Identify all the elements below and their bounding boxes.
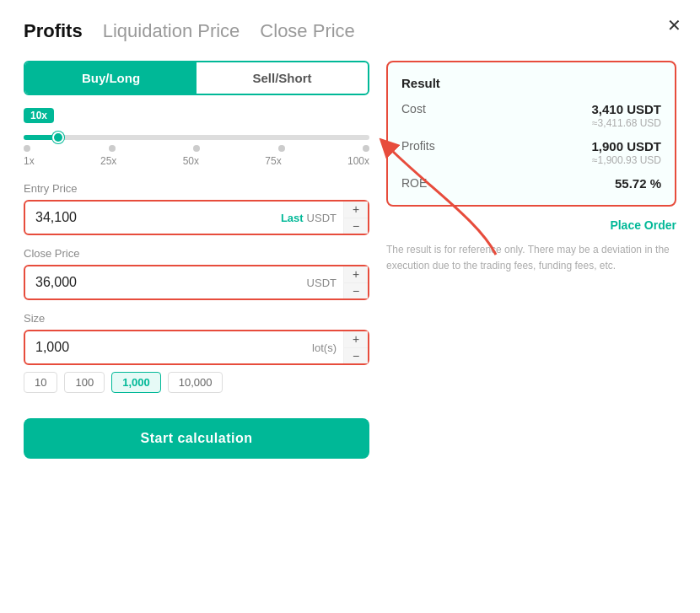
lever-label-100x: 100x <box>347 155 369 167</box>
result-box: Result Cost 3,410 USDT ≈3,411.68 USD Pro… <box>386 61 676 207</box>
sell-short-button[interactable]: Sell/Short <box>197 62 368 94</box>
profits-key: Profits <box>401 139 435 153</box>
lever-label-75x: 75x <box>265 155 281 167</box>
slider-dots <box>24 145 369 152</box>
result-roe-row: ROE 55.72 % <box>401 176 661 191</box>
size-suffix: lot(s) <box>305 331 343 363</box>
close-price-field: USDT + − <box>24 265 369 300</box>
profits-value: 1,900 USDT ≈1,900.93 USD <box>591 139 661 166</box>
slider-labels: 1x 25x 50x 75x 100x <box>24 155 369 167</box>
tabs: Profits Liquidation Price Close Price <box>24 20 676 42</box>
close-price-suffix: USDT <box>300 266 343 298</box>
size-field: lot(s) + − <box>24 330 369 365</box>
entry-price-decrement[interactable]: − <box>344 218 368 234</box>
result-cost-row: Cost 3,410 USDT ≈3,411.68 USD <box>401 102 661 129</box>
cost-key: Cost <box>401 102 426 116</box>
slider-thumb[interactable] <box>52 132 64 143</box>
tab-close-price[interactable]: Close Price <box>260 20 354 42</box>
profits-main: 1,900 USDT <box>591 139 661 153</box>
size-options: 10 100 1,000 10,000 <box>24 372 369 393</box>
start-calculation-button[interactable]: Start calculation <box>24 418 369 459</box>
cost-main: 3,410 USDT <box>591 102 661 116</box>
size-opt-10[interactable]: 10 <box>24 372 57 393</box>
cost-sub: ≈3,411.68 USD <box>591 117 661 129</box>
size-stepper: + − <box>343 331 368 363</box>
close-price-label: Close Price <box>24 247 369 260</box>
size-opt-10000[interactable]: 10,000 <box>168 372 223 393</box>
direction-toggle: Buy/Long Sell/Short <box>24 61 369 95</box>
place-order-link[interactable]: Place Order <box>386 218 676 232</box>
size-input[interactable] <box>25 331 305 363</box>
lever-label-25x: 25x <box>100 155 116 167</box>
lever-label-50x: 50x <box>183 155 199 167</box>
size-opt-1000[interactable]: 1,000 <box>111 372 161 393</box>
slider-dot-1 <box>24 145 30 152</box>
right-panel: Result Cost 3,410 USDT ≈3,411.68 USD Pro… <box>386 61 676 459</box>
slider-dot-3 <box>193 145 200 152</box>
size-label: Size <box>24 312 369 325</box>
last-label: Last <box>281 212 304 224</box>
size-unit: lot(s) <box>312 341 337 354</box>
entry-price-suffix: Last USDT <box>274 202 343 234</box>
close-button[interactable]: ✕ <box>667 15 681 35</box>
entry-price-increment[interactable]: + <box>344 202 368 218</box>
roe-main: 55.72 % <box>615 176 661 191</box>
size-decrement[interactable]: − <box>344 348 368 364</box>
entry-price-label: Entry Price <box>24 182 369 195</box>
content: Buy/Long Sell/Short 10x 1x <box>24 61 676 459</box>
close-price-input[interactable] <box>25 266 300 298</box>
tab-profits[interactable]: Profits <box>24 20 83 42</box>
leverage-area: 10x 1x 25x 50x 75x 100x <box>24 107 369 167</box>
cost-value: 3,410 USDT ≈3,411.68 USD <box>591 102 661 129</box>
left-panel: Buy/Long Sell/Short 10x 1x <box>24 61 369 459</box>
result-profits-row: Profits 1,900 USDT ≈1,900.93 USD <box>401 139 661 166</box>
leverage-badge: 10x <box>24 108 54 123</box>
disclaimer: The result is for reference only. There … <box>386 242 676 274</box>
lever-label-1x: 1x <box>24 155 35 167</box>
size-opt-100[interactable]: 100 <box>64 372 105 393</box>
leverage-slider-track <box>24 135 369 140</box>
slider-dot-2 <box>109 145 116 152</box>
profits-sub: ≈1,900.93 USD <box>591 154 661 166</box>
slider-dot-5 <box>363 145 369 152</box>
entry-price-stepper: + − <box>343 202 368 234</box>
slider-dot-4 <box>278 145 285 152</box>
entry-price-unit: USDT <box>307 212 337 224</box>
close-price-decrement[interactable]: − <box>344 283 368 299</box>
tab-liquidation-price[interactable]: Liquidation Price <box>103 20 240 42</box>
roe-key: ROE <box>401 176 427 190</box>
buy-long-button[interactable]: Buy/Long <box>25 62 197 94</box>
modal: ✕ Profits Liquidation Price Close Price … <box>0 0 700 613</box>
roe-value: 55.72 % <box>615 176 661 191</box>
close-price-stepper: + − <box>343 266 368 298</box>
result-title: Result <box>401 76 661 90</box>
entry-price-input[interactable] <box>25 202 274 234</box>
entry-price-field: Last USDT + − <box>24 200 369 235</box>
size-increment[interactable]: + <box>344 331 368 348</box>
close-price-unit: USDT <box>307 277 337 289</box>
close-price-increment[interactable]: + <box>344 266 368 283</box>
